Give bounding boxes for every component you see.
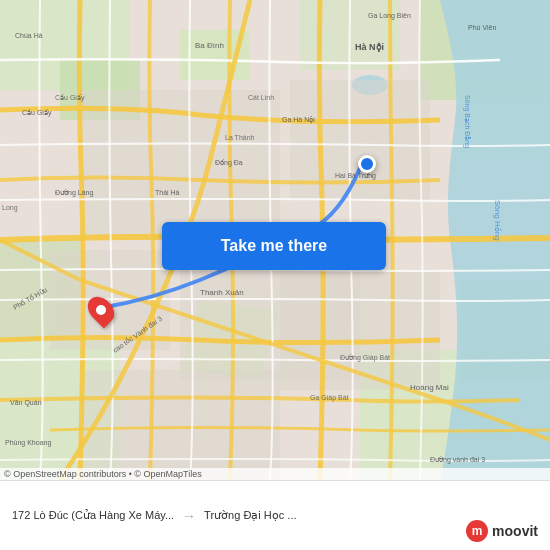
svg-text:Chùa Hà: Chùa Hà [15, 32, 43, 39]
destination-pin [90, 295, 112, 325]
svg-text:Long: Long [2, 204, 18, 212]
svg-text:Đường Giáp Bát: Đường Giáp Bát [340, 354, 390, 362]
svg-text:Hà Nội: Hà Nội [355, 42, 384, 52]
svg-text:Cầu Giấy: Cầu Giấy [55, 94, 85, 102]
pin-blue-shape [358, 155, 376, 173]
svg-text:Hai Bà Trưng: Hai Bà Trưng [335, 172, 376, 180]
moovit-circle: m [466, 520, 488, 542]
svg-text:Hoàng Mai: Hoàng Mai [410, 383, 449, 392]
from-label: 172 Lò Đúc (Cửa Hàng Xe Máy... [12, 509, 174, 522]
take-me-there-button[interactable]: Take me there [162, 222, 386, 270]
bottom-content: 172 Lò Đúc (Cửa Hàng Xe Máy... → Trường … [12, 508, 538, 524]
svg-text:Ga Long Biên: Ga Long Biên [368, 12, 411, 20]
svg-text:Ga Hà Nội: Ga Hà Nội [282, 116, 315, 124]
map-container: Phố Tổ Hữu Đường Láng Ba Đình Hà Nội Cầu… [0, 0, 550, 480]
arrow-separator: → [182, 508, 196, 524]
svg-text:Đường vành đai 3: Đường vành đai 3 [430, 456, 485, 464]
svg-text:Thanh Xuân: Thanh Xuân [200, 288, 244, 297]
svg-text:Đường Láng: Đường Láng [55, 189, 93, 197]
origin-pin [358, 155, 376, 173]
bottom-bar: 172 Lò Đúc (Cửa Hàng Xe Máy... → Trường … [0, 480, 550, 550]
attribution-text: © OpenStreetMap contributors • © OpenMap… [4, 469, 202, 479]
moovit-logo: m moovit [466, 520, 538, 542]
svg-text:Ga Giáp Bát: Ga Giáp Bát [310, 394, 349, 402]
map-attribution: © OpenStreetMap contributors • © OpenMap… [0, 468, 550, 480]
svg-text:Sông Bạch Đằng: Sông Bạch Đằng [463, 95, 471, 148]
svg-text:Văn Quán: Văn Quán [10, 399, 42, 407]
svg-text:Sông Hồng: Sông Hồng [493, 200, 502, 241]
to-label: Trường Đại Học ... [204, 509, 296, 522]
svg-text:Phú Viên: Phú Viên [468, 24, 496, 31]
svg-text:Phùng Khoang: Phùng Khoang [5, 439, 51, 447]
svg-text:Cầu Giấy: Cầu Giấy [22, 109, 52, 117]
moovit-letter: m [472, 524, 483, 538]
svg-text:Thái Hà: Thái Hà [155, 189, 180, 196]
svg-text:Ba Đình: Ba Đình [195, 41, 224, 50]
svg-text:Cát Linh: Cát Linh [248, 94, 274, 101]
svg-text:La Thành: La Thành [225, 134, 255, 141]
moovit-text: moovit [492, 523, 538, 539]
svg-text:Đống Đa: Đống Đa [215, 159, 243, 167]
